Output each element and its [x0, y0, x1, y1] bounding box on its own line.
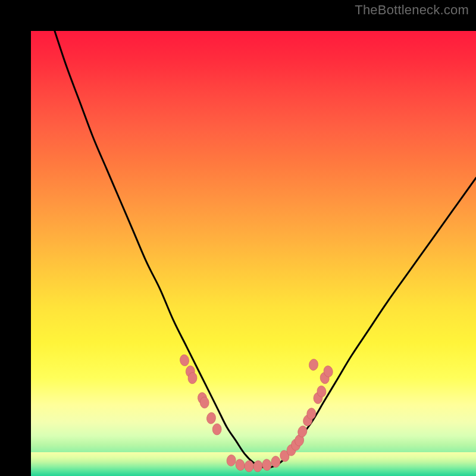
data-marker: [253, 460, 264, 472]
chart-frame: [0, 0, 476, 476]
data-marker: [245, 461, 254, 472]
data-marker: [308, 359, 318, 371]
data-marker: [234, 458, 246, 471]
curve-layer: [31, 31, 476, 476]
data-marker: [212, 424, 222, 436]
data-marker: [179, 354, 189, 367]
data-marker: [226, 455, 236, 467]
data-marker: [262, 459, 272, 471]
data-marker: [271, 456, 280, 467]
bottleneck-curve: [31, 31, 476, 468]
watermark-text: TheBottleneck.com: [355, 2, 469, 18]
plot-area: [31, 31, 476, 476]
data-marker: [206, 412, 217, 424]
data-marker: [200, 397, 209, 409]
